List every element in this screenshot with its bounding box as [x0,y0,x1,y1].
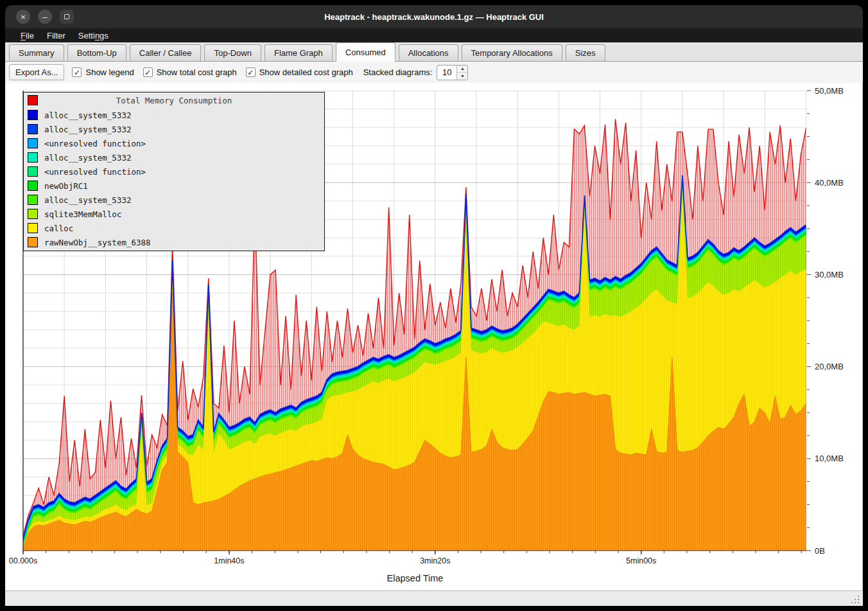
checkbox-icon: ✓ [143,67,153,77]
title-bar: × – Heaptrack - heaptrack.wakunode.1.gz … [5,5,863,28]
legend-item: calloc [24,221,324,235]
window-title: Heaptrack - heaptrack.wakunode.1.gz — He… [5,5,863,28]
y-tick-label: 0B [815,546,825,556]
tab-consumed[interactable]: Consumed [336,42,395,62]
legend-title-row: Total Memory Consumption [24,93,324,108]
stacked-diagrams-value: 10 [437,66,456,80]
legend-label: rawNewObj__system_6388 [44,238,151,247]
checkbox-icon: ✓ [72,67,82,77]
legend-label: alloc__system_5332 [44,111,131,120]
tab-summary[interactable]: Summary [9,44,64,61]
legend-swatch [28,124,38,134]
legend-label: <unresolved function> [44,139,146,148]
spinbox-up-button[interactable]: ▲ [457,66,467,73]
x-tick-label: 5min00s [626,556,656,565]
legend-swatch [28,181,38,191]
tab-flame-graph[interactable]: Flame Graph [265,44,333,61]
status-strip [5,590,863,606]
legend-item: alloc__system_5332 [24,108,324,122]
legend-swatch [28,237,38,247]
legend-swatch [28,166,38,177]
legend-item: alloc__system_5332 [24,122,324,136]
x-tick-label: 1min40s [214,556,244,565]
legend-item: alloc__system_5332 [24,193,324,207]
legend-label: <unresolved function> [44,167,146,177]
y-tick-label: 30,0MB [815,270,844,279]
stacked-diagrams-label: Stacked diagrams: [363,67,433,77]
legend-item: <unresolved function> [24,164,324,179]
tab-top-down[interactable]: Top-Down [204,44,261,61]
chart-legend: Total Memory Consumption alloc__system_5… [23,92,325,251]
legend-item: sqlite3MemMalloc [24,207,324,221]
x-tick-label: 3min20s [420,556,450,565]
legend-swatch [28,195,38,205]
checkbox-show-total-cost-graph[interactable]: ✓Show total cost graph [143,67,237,77]
tab-bottom-up[interactable]: Bottom-Up [67,44,126,61]
y-tick-label: 10,0MB [815,454,844,463]
y-tick-label: 40,0MB [815,178,844,188]
menu-item-settings[interactable]: Settings [72,30,115,42]
legend-label: alloc__system_5332 [44,195,131,205]
tab-caller-callee[interactable]: Caller / Callee [130,44,202,61]
legend-label: alloc__system_5332 [44,125,131,134]
checkbox-label: Show total cost graph [157,67,237,77]
tab-temporary-allocations[interactable]: Temporary Allocations [462,44,562,61]
legend-title: Total Memory Consumption [24,96,324,105]
legend-label: sqlite3MemMalloc [44,209,121,219]
legend-item: alloc__system_5332 [24,150,324,164]
legend-swatch [28,110,38,120]
menu-item-filter[interactable]: Filter [40,30,72,42]
checkbox-show-legend[interactable]: ✓Show legend [72,67,134,77]
tab-allocations[interactable]: Allocations [399,44,458,61]
legend-label: alloc__system_5332 [44,153,131,163]
x-axis-label: Elapsed Time [387,573,444,583]
checkbox-label: Show detailed cost graph [259,67,353,77]
checkbox-label: Show legend [85,67,134,77]
legend-label: calloc [44,224,73,233]
legend-swatch [28,138,38,148]
y-tick-label: 50,0MB [815,86,844,96]
legend-swatch [28,223,38,233]
checkbox-show-detailed-cost-graph[interactable]: ✓Show detailed cost graph [246,67,353,77]
menu-bar: FileFilterSettings [5,28,863,42]
spinbox-down-button[interactable]: ▼ [457,73,467,80]
x-tick-label: 00.000s [9,556,37,565]
legend-item: <unresolved function> [24,136,324,150]
checkbox-icon: ✓ [246,67,256,77]
legend-swatch [28,152,38,163]
legend-item: rawNewObj__system_6388 [24,235,324,249]
toolbar: Export As... ✓Show legend✓Show total cos… [5,62,863,83]
y-tick-label: 20,0MB [815,362,844,371]
stacked-diagrams-spinbox[interactable]: 10 ▲ ▼ [437,65,468,80]
tab-bar: SummaryBottom-UpCaller / CalleeTop-DownF… [5,42,863,62]
resize-grip-icon[interactable] [850,594,859,603]
legend-swatch [28,209,38,219]
legend-item: newObjRC1 [24,179,324,193]
app-window: × – Heaptrack - heaptrack.wakunode.1.gz … [0,0,868,611]
legend-label: newObjRC1 [44,181,88,191]
tab-sizes[interactable]: Sizes [566,44,605,61]
menu-item-file[interactable]: File [14,30,40,42]
export-as-button[interactable]: Export As... [9,64,64,80]
